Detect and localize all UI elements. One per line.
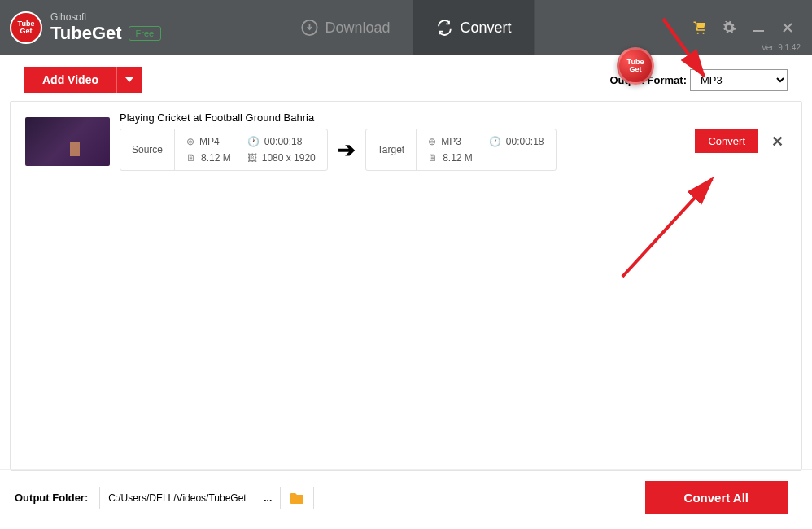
app-header: Tube Get Gihosoft TubeGet Free Download … (0, 0, 812, 55)
cart-button[interactable] (685, 13, 714, 42)
target-label: Target (366, 129, 417, 170)
target-box: Target ⊛MP3 🕐00:00:18 🗎8.12 M (365, 129, 557, 171)
convert-icon (436, 19, 454, 37)
open-folder-button[interactable] (280, 487, 313, 509)
free-badge: Free (129, 26, 162, 41)
tab-convert-label: Convert (461, 20, 512, 37)
source-format: ⊛MP4 (186, 136, 231, 147)
minimize-button[interactable] (744, 13, 773, 42)
nav-tabs: Download Convert (277, 0, 534, 55)
target-format: ⊛MP3 (428, 136, 473, 147)
download-icon (300, 19, 318, 37)
version-label: Ver: 9.1.42 (762, 43, 801, 52)
output-folder-label: Output Folder: (15, 492, 88, 504)
tubeget-badge[interactable]: Tube Get (617, 47, 654, 85)
output-folder-path: C:/Users/DELL/Videos/TubeGet (100, 487, 255, 509)
tab-convert[interactable]: Convert (413, 0, 535, 55)
add-video-button[interactable]: Add Video (24, 67, 116, 93)
close-icon (782, 22, 793, 33)
source-size: 🗎8.12 M (186, 152, 231, 164)
video-thumbnail (25, 117, 110, 166)
target-size: 🗎8.12 M (428, 152, 473, 164)
file-icon: 🗎 (186, 152, 196, 164)
svg-point-2 (702, 33, 704, 34)
target-duration: 🕐00:00:18 (489, 136, 544, 147)
close-button[interactable] (773, 13, 802, 42)
content-area: Playing Cricket at Football Ground Bahri… (10, 101, 802, 471)
convert-button[interactable]: Convert (695, 129, 758, 153)
svg-rect-3 (753, 30, 764, 32)
footer: Output Folder: C:/Users/DELL/Videos/Tube… (0, 469, 812, 529)
app-logo: Tube Get (10, 11, 42, 44)
remove-item-button[interactable]: ✕ (768, 129, 787, 154)
file-icon: 🗎 (428, 152, 438, 164)
gear-icon (722, 20, 736, 35)
folder-group: C:/Users/DELL/Videos/TubeGet ... (99, 487, 314, 509)
target-grid: ⊛MP3 🕐00:00:18 🗎8.12 M (417, 129, 555, 170)
target-empty (489, 152, 544, 164)
brand-company: Gihosoft (50, 11, 161, 23)
output-format-select[interactable]: MP3 (690, 69, 788, 91)
source-resolution: 🖼1080 x 1920 (247, 152, 316, 164)
brand-block: Gihosoft TubeGet Free (50, 11, 161, 44)
add-video-group: Add Video (24, 67, 142, 93)
source-duration: 🕐00:00:18 (247, 136, 316, 147)
source-label: Source (120, 129, 175, 170)
cart-icon (692, 20, 707, 35)
minimize-icon (753, 22, 764, 33)
conversion-item: Playing Cricket at Football Ground Bahri… (25, 102, 787, 181)
toolbar: Add Video Output Format: MP3 (0, 55, 812, 101)
settings-button[interactable] (714, 13, 744, 42)
folder-browse-button[interactable]: ... (255, 487, 280, 509)
film-icon: ⊛ (186, 136, 194, 147)
header-controls (685, 13, 802, 42)
convert-all-button[interactable]: Convert All (645, 481, 788, 514)
clock-icon: 🕐 (247, 136, 260, 147)
chevron-down-icon (125, 77, 133, 82)
item-title: Playing Cricket at Football Ground Bahri… (120, 111, 685, 124)
clock-icon: 🕐 (489, 136, 501, 147)
brand-product-row: TubeGet Free (50, 23, 161, 44)
source-grid: ⊛MP4 🕐00:00:18 🗎8.12 M 🖼1080 x 1920 (175, 129, 327, 170)
item-body: Playing Cricket at Football Ground Bahri… (120, 111, 685, 171)
item-details: Source ⊛MP4 🕐00:00:18 🗎8.12 M 🖼1080 x 19… (120, 129, 685, 171)
svg-point-1 (697, 33, 699, 34)
tab-download[interactable]: Download (277, 0, 413, 55)
film-icon: ⊛ (428, 136, 436, 147)
source-box: Source ⊛MP4 🕐00:00:18 🗎8.12 M 🖼1080 x 19… (120, 129, 328, 171)
tab-download-label: Download (325, 20, 390, 37)
logo-text: Tube Get (18, 20, 35, 35)
add-video-dropdown[interactable] (116, 67, 142, 93)
arrow-right-icon: ➔ (338, 138, 356, 163)
tubeget-badge-text: Tube Get (627, 59, 644, 73)
brand-product: TubeGet (50, 23, 122, 44)
folder-icon (290, 492, 303, 504)
image-icon: 🖼 (247, 152, 257, 164)
